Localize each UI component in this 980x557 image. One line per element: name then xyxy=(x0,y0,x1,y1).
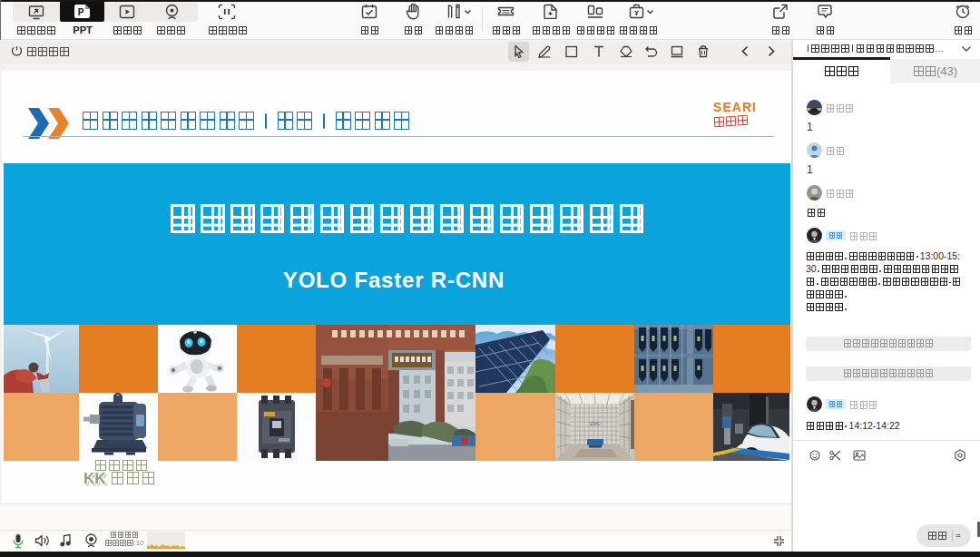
svg-text:P: P xyxy=(78,7,84,17)
svg-text:EMC: EMC xyxy=(590,421,601,426)
